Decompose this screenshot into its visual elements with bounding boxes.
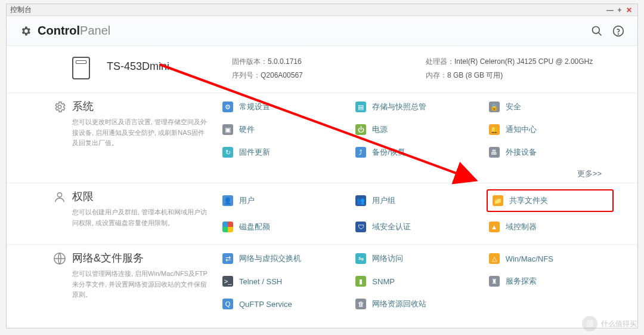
grid-item[interactable]: ⇄网络与虚拟交换机 [220,251,347,266]
item-label: 通知中心 [506,124,537,135]
item-icon: ⚙ [222,102,233,112]
item-icon: ▣ [222,124,233,135]
item-icon: 🖶 [489,147,500,158]
item-icon: Q [222,299,233,309]
grid-item[interactable]: 👤用户 [220,189,347,212]
item-label: Telnet / SSH [239,277,282,286]
grid-item[interactable]: 📁共享文件夹 [487,189,614,212]
fw-value: 5.0.0.1716 [268,57,302,66]
mem-value: 8 GB (8 GB 可用) [447,71,503,79]
item-label: 共享文件夹 [509,195,548,206]
grid-item[interactable]: 🛡域安全认证 [353,219,480,235]
app-title: ControlPanel [38,24,110,38]
grid-item[interactable]: ⇋网络访问 [353,251,480,266]
more-link[interactable]: 更多>> [7,166,637,179]
minimize-button[interactable]: — [605,6,615,14]
item-icon: 📁 [493,195,503,206]
grid-item[interactable]: ⚙常规设置 [220,99,347,115]
grid-item[interactable]: △Win/Mac/NFS [487,251,614,266]
window-title: 控制台 [10,5,32,15]
item-icon: 🔒 [489,102,500,112]
grid-item[interactable]: ▣硬件 [220,122,347,137]
grid-item[interactable]: 🔔通知中心 [487,122,614,137]
grid-item[interactable]: ▮SNMP [353,273,480,289]
mem-label: 内存： [426,71,447,79]
svg-point-5 [57,193,61,197]
item-label: 网络访问 [372,253,403,264]
cpu-value: Intel(R) Celeron(R) J4125 CPU @ 2.00GHz [454,57,593,66]
item-icon: 👥 [355,195,366,206]
gear-icon [20,25,32,37]
app-header: ControlPanel [7,16,637,46]
item-label: 安全 [506,102,521,112]
section-network: 网络&文件服务 您可以管理网络连接, 启用Win/Mac/NFS及FTP来分享文… [7,244,637,318]
item-label: 磁盘配额 [239,222,270,232]
item-label: 服务探索 [506,276,537,287]
nas-icon [72,57,90,79]
section-desc: 您可以管理网络连接, 启用Win/Mac/NFS及FTP来分享文件, 并设置网络… [72,269,208,300]
grid-item[interactable]: 👥用户组 [353,189,480,212]
globe-icon [53,252,66,265]
grid-item[interactable]: ▲域控制器 [487,219,614,235]
grid-item[interactable]: 🖶外接设备 [487,145,614,160]
user-icon [53,190,66,204]
item-label: 常规设置 [239,102,270,112]
grid-item[interactable]: >_Telnet / SSH [220,273,347,289]
item-label: QuFTP Service [239,300,292,309]
section-title: 系统 [72,99,94,113]
item-icon: ▲ [489,222,500,232]
fw-label: 固件版本： [232,57,268,66]
close-button[interactable]: ✕ [624,6,634,14]
item-icon: ⏻ [355,124,366,135]
item-icon: ⇋ [355,253,366,264]
item-icon: 🔔 [489,124,500,135]
search-icon[interactable] [591,25,603,37]
svg-point-4 [58,105,61,109]
grid-item[interactable]: 🗑网络资源回收站 [353,296,480,312]
item-label: 备份/恢复 [372,147,405,158]
grid-item[interactable]: ⤴备份/恢复 [353,145,480,160]
item-label: 用户组 [372,195,395,206]
item-label: 网络资源回收站 [372,299,426,309]
item-icon: △ [489,253,500,264]
grid-item[interactable]: 🔒安全 [487,99,614,115]
item-label: SNMP [372,277,395,286]
item-label: 网络与虚拟交换机 [239,253,301,264]
watermark: 值 什么值得买 [582,316,637,331]
item-label: Win/Mac/NFS [506,254,553,263]
watermark-badge-icon: 值 [582,316,597,331]
grid-item[interactable]: 磁盘配额 [220,219,347,235]
maximize-button[interactable]: + [615,6,624,14]
item-icon: 🛡 [355,222,366,232]
device-name: TS-453Dmini [107,57,232,81]
cpu-label: 处理器： [426,57,454,66]
item-icon: ▮ [355,276,366,287]
item-icon: 🗑 [355,299,366,309]
grid-item[interactable]: ⏻电源 [353,122,480,137]
device-info: TS-453Dmini 固件版本：5.0.0.1716 处理器：Intel(R)… [7,46,637,89]
item-icon: ⤴ [355,147,366,158]
item-label: 域控制器 [506,222,537,232]
grid-item[interactable]: ↻固件更新 [220,145,347,160]
svg-point-0 [593,26,600,33]
item-icon: ♜ [489,276,500,287]
content-area: TS-453Dmini 固件版本：5.0.0.1716 处理器：Intel(R)… [7,46,637,328]
svg-line-1 [599,32,602,35]
grid-item[interactable]: QQuFTP Service [220,296,347,312]
item-icon: ⇄ [222,253,233,264]
item-icon: 👤 [222,195,233,206]
grid-item[interactable]: ▤存储与快照总管 [353,99,480,115]
help-icon[interactable] [612,25,624,37]
grid-item[interactable]: ♜服务探索 [487,273,614,289]
svg-point-3 [618,33,619,34]
section-system: 系统 您可以更改时区及语言设置, 管理存储空间及外接设备, 启用通知及安全防护,… [7,93,637,166]
item-label: 域安全认证 [372,222,411,232]
item-icon [222,222,233,232]
item-label: 电源 [372,124,388,135]
gear-icon [53,100,66,113]
item-label: 外接设备 [506,147,537,158]
item-icon: >_ [222,276,233,287]
item-icon: ↻ [222,147,233,158]
section-title: 权限 [72,189,94,204]
window: 控制台 — + ✕ ControlPanel TS-453Dmini 固件版本：… [6,4,638,328]
